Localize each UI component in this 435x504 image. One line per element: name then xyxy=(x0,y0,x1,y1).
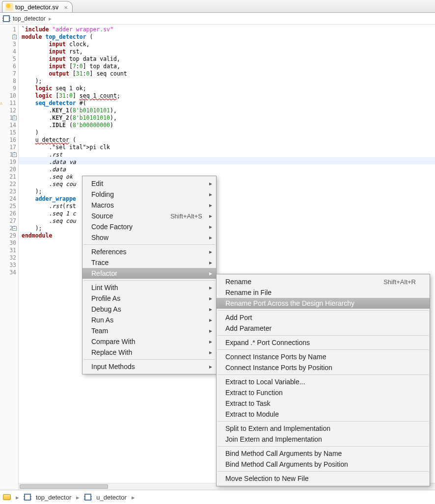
refactor-item-rename-port-across-the-design-hierarchy[interactable]: Rename Port Across the Design Hierarchy xyxy=(217,298,430,309)
refactor-item-bind-method-call-arguments-by-position[interactable]: Bind Method Call Arguments by Position xyxy=(217,459,430,470)
menu-item-label: Bind Method Call Arguments by Position xyxy=(225,460,348,468)
ctxmenu-item-show[interactable]: Show xyxy=(82,232,216,243)
menu-item-label: Rename xyxy=(225,278,251,286)
refactor-submenu: RenameShift+Alt+RRename in FileRename Po… xyxy=(216,274,430,486)
menu-item-label: Profile As xyxy=(91,294,120,302)
ctxmenu-item-references[interactable]: References xyxy=(82,246,216,257)
menu-item-label: Trace xyxy=(91,259,109,266)
gutter: 12−345678910111213−1415161718−1920212223… xyxy=(0,25,19,490)
refactor-item-add-parameter[interactable]: Add Parameter xyxy=(217,323,430,334)
menu-separator xyxy=(218,374,429,375)
menu-item-label: Lint With xyxy=(91,284,118,292)
module-icon xyxy=(84,494,91,501)
ctxmenu-item-trace[interactable]: Trace xyxy=(82,257,216,268)
menu-item-label: Extract to Module xyxy=(225,410,279,418)
menu-separator xyxy=(83,244,215,245)
breadcrumb-module[interactable]: top_detector xyxy=(36,494,71,501)
menu-item-label: Refactor xyxy=(91,269,117,277)
ctxmenu-item-lint-with[interactable]: Lint With xyxy=(82,282,216,293)
ctxmenu-item-debug-as[interactable]: Debug As xyxy=(82,304,216,315)
refactor-item-move-selection-to-new-file[interactable]: Move Selection to New File xyxy=(217,473,430,484)
menu-item-label: Connect Instance Ports by Name xyxy=(225,353,326,361)
ctxmenu-item-compare-with[interactable]: Compare With xyxy=(82,336,216,347)
menu-separator xyxy=(83,280,215,281)
menu-item-label: Code Factory xyxy=(91,223,133,231)
ctxmenu-item-run-as[interactable]: Run As xyxy=(82,315,216,325)
ctxmenu-item-replace-with[interactable]: Replace With xyxy=(82,347,216,358)
refactor-item-join-extern-and-implementation[interactable]: Join Extern and Implementation xyxy=(217,434,430,445)
outline-module[interactable]: top_detector xyxy=(13,15,46,22)
refactor-item-rename-in-file[interactable]: Rename in File xyxy=(217,287,430,298)
menu-item-label: References xyxy=(91,248,127,256)
outline-bar: top_detector ▸ xyxy=(0,13,435,25)
ctxmenu-item-refactor[interactable]: Refactor xyxy=(82,268,216,279)
close-icon[interactable] xyxy=(64,3,69,9)
menu-item-label: Source xyxy=(91,212,113,220)
menu-item-label: Bind Method Call Arguments by Name xyxy=(225,450,342,457)
refactor-item-extract-to-function[interactable]: Extract to Function xyxy=(217,387,430,398)
refactor-item-add-port[interactable]: Add Port xyxy=(217,312,430,323)
design-root-icon xyxy=(3,494,11,500)
chevron-right-icon: ▸ xyxy=(16,494,19,501)
menu-item-label: Folding xyxy=(91,190,114,198)
module-icon xyxy=(3,15,10,22)
menu-item-label: Replace With xyxy=(91,348,132,356)
menu-item-shortcut: Shift+Alt+R xyxy=(383,278,416,286)
module-icon xyxy=(24,494,31,501)
menu-separator xyxy=(218,335,429,336)
menu-item-label: Extract to Function xyxy=(225,389,283,397)
refactor-item-expand-port-connections[interactable]: Expand .* Port Connections xyxy=(217,337,430,348)
refactor-item-connect-instance-ports-by-position[interactable]: Connect Instance Ports by Position xyxy=(217,362,430,373)
tab-bar: top_detector.sv xyxy=(0,0,435,13)
menu-item-label: Macros xyxy=(91,201,114,209)
editor-tab[interactable]: top_detector.sv xyxy=(2,1,73,12)
scrollbar-thumb[interactable] xyxy=(20,484,108,489)
refactor-item-extract-to-task[interactable]: Extract to Task xyxy=(217,398,430,409)
menu-separator xyxy=(218,446,429,447)
breadcrumb: ▸ top_detector ▸ u_detector ▸ xyxy=(0,490,435,504)
refactor-item-extract-to-local-variable[interactable]: Extract to Local Variable... xyxy=(217,376,430,387)
menu-item-label: Show xyxy=(91,234,109,241)
ctxmenu-item-macros[interactable]: Macros xyxy=(82,200,216,211)
menu-item-label: Add Port xyxy=(225,314,252,321)
ctxmenu-item-source[interactable]: SourceShift+Alt+S xyxy=(82,211,216,221)
menu-item-label: Team xyxy=(91,327,108,335)
ctxmenu-item-edit[interactable]: Edit xyxy=(82,178,216,189)
menu-item-label: Compare With xyxy=(91,338,135,345)
menu-separator xyxy=(218,421,429,422)
tab-filename: top_detector.sv xyxy=(15,3,58,11)
menu-item-shortcut: Shift+Alt+S xyxy=(170,212,202,220)
menu-item-label: Input Methods xyxy=(91,363,135,371)
menu-item-label: Join Extern and Implementation xyxy=(225,435,322,443)
breadcrumb-instance[interactable]: u_detector xyxy=(96,494,126,501)
ctxmenu-item-profile-as[interactable]: Profile As xyxy=(82,293,216,304)
refactor-item-split-to-extern-and-implementation[interactable]: Split to Extern and Implementation xyxy=(217,423,430,434)
refactor-item-extract-to-module[interactable]: Extract to Module xyxy=(217,409,430,420)
chevron-right-icon: ▸ xyxy=(132,494,135,501)
menu-item-label: Expand .* Port Connections xyxy=(225,339,310,346)
menu-separator xyxy=(218,471,429,472)
ctxmenu-item-folding[interactable]: Folding xyxy=(82,189,216,200)
ctxmenu-item-input-methods[interactable]: Input Methods xyxy=(82,361,216,372)
menu-item-label: Rename in File xyxy=(225,289,272,296)
menu-item-label: Debug As xyxy=(91,305,121,313)
context-menu: EditFoldingMacrosSourceShift+Alt+SCode F… xyxy=(82,176,217,374)
menu-item-label: Rename Port Across the Design Hierarchy xyxy=(225,299,354,307)
refactor-item-bind-method-call-arguments-by-name[interactable]: Bind Method Call Arguments by Name xyxy=(217,448,430,459)
ctxmenu-item-code-factory[interactable]: Code Factory xyxy=(82,221,216,232)
menu-item-label: Extract to Task xyxy=(225,399,271,407)
menu-separator xyxy=(218,310,429,311)
refactor-item-rename[interactable]: RenameShift+Alt+R xyxy=(217,276,430,287)
refactor-item-connect-instance-ports-by-name[interactable]: Connect Instance Ports by Name xyxy=(217,351,430,362)
menu-item-label: Extract to Local Variable... xyxy=(225,378,305,386)
ctxmenu-item-team[interactable]: Team xyxy=(82,325,216,336)
sv-file-icon xyxy=(5,3,13,11)
menu-item-label: Add Parameter xyxy=(225,324,272,332)
chevron-right-icon: ▸ xyxy=(49,15,52,22)
menu-item-label: Run As xyxy=(91,316,113,324)
menu-item-label: Move Selection to New File xyxy=(225,475,309,482)
menu-item-label: Connect Instance Ports by Position xyxy=(225,364,332,371)
menu-separator xyxy=(218,349,429,350)
menu-separator xyxy=(83,359,215,360)
menu-item-label: Split to Extern and Implementation xyxy=(225,424,330,432)
